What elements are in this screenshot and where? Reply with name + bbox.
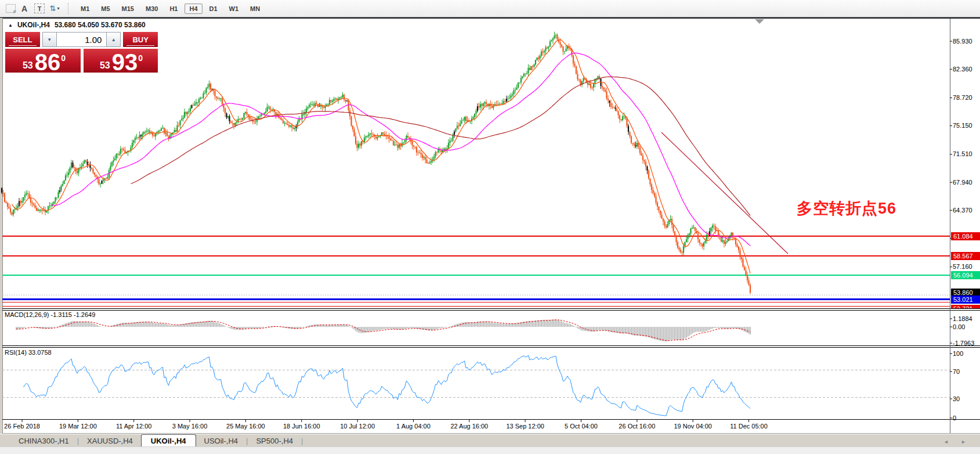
timeframe-button-h4[interactable]: H4 — [185, 3, 202, 14]
price-tick-85.930: 85.930 — [953, 38, 979, 45]
date-label: 1 Aug 04:00 — [396, 423, 431, 430]
indicator-tick-70: 70 — [953, 368, 960, 376]
sell-button[interactable]: SELL — [5, 32, 40, 47]
date-label: 3 May 16:00 — [172, 423, 208, 430]
volume-increase-button[interactable]: ▲ — [106, 32, 121, 47]
date-label: 5 Oct 04:00 — [565, 423, 598, 430]
indicator-tick--1.7963: -1.7963 — [953, 340, 974, 347]
price-level-flag-58.567: 58.567 — [951, 252, 980, 260]
timeframe-button-m5[interactable]: M5 — [96, 3, 114, 14]
timeframe-button-m30[interactable]: M30 — [141, 3, 162, 14]
chart-window-top-border — [0, 17, 980, 19]
volume-input[interactable]: 1.00 — [57, 32, 107, 47]
arrows-tool-button[interactable]: ⇅ ▾ — [48, 2, 61, 15]
price-tick-64.370: 64.370 — [953, 207, 979, 214]
sell-price-big: 86 — [35, 52, 61, 73]
text-box-icon: T — [34, 3, 45, 13]
date-label: 13 Sep 12:00 — [506, 423, 544, 430]
tab-separator: | — [301, 435, 303, 447]
chart-tab-bar: CHINA300-,H1|XAUUSD-,H4UKOil-,H4USOil-,H… — [0, 434, 980, 447]
volume-decrease-button[interactable]: ▼ — [42, 32, 57, 47]
chart-tab-china300h1[interactable]: CHINA300-,H1 — [10, 435, 77, 447]
date-label: 22 Aug 16:00 — [450, 423, 488, 430]
indicator-tick-0.00: 0.00 — [953, 323, 965, 331]
indicator-tick-1.1884: 1.1884 — [953, 315, 972, 323]
price-level-flag-53.021: 53.021 — [951, 296, 980, 304]
price-level-flag-52.721: 52.721 — [951, 305, 980, 308]
date-label: 19 Nov 04:00 — [674, 423, 711, 430]
text-box-tool-button[interactable]: T — [33, 2, 46, 15]
price-level-flag-61.084: 61.084 — [951, 232, 980, 240]
date-label: 11 Apr 12:00 — [116, 423, 152, 430]
sell-price-small: 53 — [23, 60, 33, 71]
price-tick-78.720: 78.720 — [953, 94, 979, 102]
date-label: 26 Feb 2018 — [4, 423, 40, 430]
chart-title: ▲ UKOil-,H4 53.680 54.050 53.670 53.860 — [8, 21, 146, 29]
timeframe-button-h1[interactable]: H1 — [165, 3, 182, 14]
indicator-tick-30: 30 — [953, 395, 960, 403]
sell-price-display[interactable]: 53 86 0 — [5, 49, 81, 73]
date-label: 25 May 16:00 — [226, 423, 265, 430]
price-tick-67.940: 67.940 — [953, 179, 979, 186]
buy-price-sup: 0 — [138, 53, 143, 63]
timeframe-button-mn[interactable]: MN — [245, 3, 265, 14]
price-tick-71.510: 71.510 — [953, 150, 979, 158]
collapse-triangle-icon[interactable]: ▲ — [8, 23, 13, 28]
timeframe-button-m1[interactable]: M1 — [76, 3, 94, 14]
date-label: 10 Jul 12:00 — [340, 423, 375, 430]
chart-ohlc-values: 53.680 54.050 53.670 53.860 — [55, 21, 146, 29]
date-label: 26 Oct 16:00 — [619, 423, 655, 430]
chart-tab-ukoilh4[interactable]: UKOil-,H4 — [141, 434, 196, 448]
chart-tab-usoilh4[interactable]: USOil-,H4 — [196, 435, 247, 447]
buy-price-display[interactable]: 53 93 0 — [84, 49, 158, 73]
macd-indicator-label: MACD(12,26,9) -1.3115 -1.2649 — [5, 311, 95, 318]
chart-annotation-text: 多空转折点56 — [797, 198, 896, 219]
chart-symbol-label: UKOil-,H4 — [17, 21, 50, 29]
crosshair-grid-icon[interactable]: F — [1, 2, 16, 15]
one-click-trading-panel: SELL ▼ 1.00 ▲ BUY 53 86 0 53 93 0 — [5, 32, 158, 73]
tab-scroll-left-icon[interactable]: ◄ — [943, 439, 949, 445]
timeframe-button-m15[interactable]: M15 — [117, 3, 139, 14]
buy-price-small: 53 — [100, 60, 110, 71]
mt4-window: F A T ⇅ ▾ M1M5M15M30H1H4D1W1MN ▲ UKOil-,… — [0, 0, 980, 454]
price-tick-75.150: 75.150 — [953, 122, 979, 129]
buy-button[interactable]: BUY — [123, 32, 158, 47]
grid-f-icon: F — [6, 4, 16, 13]
indicator-tick-100: 100 — [953, 350, 963, 358]
arrows-icon: ⇅ — [50, 4, 56, 13]
buy-price-big: 93 — [112, 52, 138, 73]
toolbar-separator — [68, 3, 71, 15]
price-tick-82.360: 82.360 — [953, 66, 979, 73]
top-toolbar: F A T ⇅ ▾ M1M5M15M30H1H4D1W1MN — [0, 0, 980, 17]
date-label: 11 Dec 05:00 — [730, 423, 768, 430]
sell-price-sup: 0 — [61, 53, 66, 63]
date-label: 19 Mar 12:00 — [59, 423, 97, 430]
price-tick-57.160: 57.160 — [953, 263, 979, 271]
timeframe-button-d1[interactable]: D1 — [205, 3, 222, 14]
indicator-tick-0: 0 — [953, 415, 956, 422]
date-label: 18 Jun 16:00 — [283, 423, 320, 430]
chevron-down-icon[interactable]: ▾ — [57, 6, 59, 11]
rsi-indicator-label: RSI(14) 33.0758 — [5, 349, 52, 356]
tab-scroll-right-icon[interactable]: ► — [961, 439, 966, 445]
timeframe-buttons: M1M5M15M30H1H4D1W1MN — [75, 3, 266, 14]
status-bar — [0, 446, 980, 454]
chart-tab-xauusdh4[interactable]: XAUUSD-,H4 — [79, 435, 141, 447]
timeframe-button-w1[interactable]: W1 — [225, 3, 244, 14]
text-label-tool-button[interactable]: A — [18, 2, 31, 15]
chart-tab-sp500h4[interactable]: SP500-,H4 — [248, 435, 301, 447]
price-level-flag-56.094: 56.094 — [951, 271, 980, 279]
window-left-edge — [0, 18, 3, 454]
